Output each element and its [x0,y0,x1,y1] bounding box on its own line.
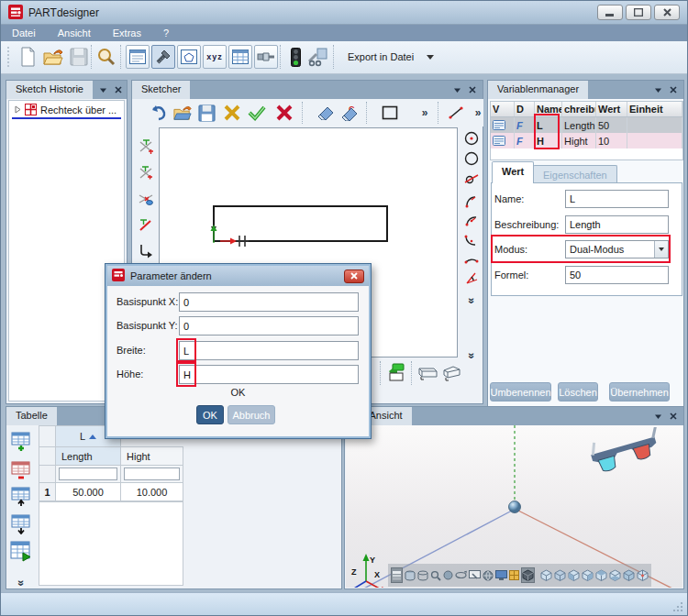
more-tools-icon[interactable]: » [461,290,483,312]
more-table-tools-icon[interactable]: » [10,572,32,594]
view-left-icon[interactable] [568,567,580,583]
split-tool-button[interactable] [135,188,157,210]
assembly-button[interactable] [305,45,329,69]
move-row-up-button[interactable] [10,486,32,508]
shaded-view-icon[interactable] [405,567,416,583]
delete-variable-button[interactable]: Löschen [558,382,598,402]
discard-button[interactable] [221,102,243,124]
table-view-button[interactable] [228,45,252,69]
delete-row-button[interactable] [10,460,32,482]
editor-view-button[interactable] [126,45,150,69]
apply-table-button[interactable] [10,541,32,563]
beschreibung-field[interactable] [565,215,669,234]
view-right-icon[interactable] [582,567,594,583]
part-view-button[interactable] [151,45,175,69]
cancel-button[interactable]: Abbruch [227,405,275,424]
new-file-button[interactable] [16,45,39,69]
globe-icon[interactable] [483,567,494,583]
ok-button[interactable]: OK [196,405,224,424]
cell-length-value[interactable]: 50.000 [55,482,121,501]
formel-field[interactable] [565,266,669,284]
wireframe-view-icon[interactable] [417,567,428,583]
variable-row-L[interactable]: F L Length 50 [491,117,682,133]
filter-input-length[interactable] [59,468,117,480]
rectangle-tool-button[interactable] [379,102,401,124]
arc-angle-tool-button[interactable] [461,268,483,290]
save-sketch-button[interactable] [195,102,217,124]
cell-hight-value[interactable]: 10.000 [120,482,183,501]
basispunkt-y-field[interactable] [179,316,359,336]
panel-menu-icon[interactable] [453,84,461,95]
view-top-icon[interactable] [595,567,607,583]
flashlight-view-button[interactable] [254,45,278,69]
traffic-light-button[interactable] [283,45,307,69]
modus-dropdown[interactable]: Dual-Modus [565,240,669,258]
zoom-3d-icon[interactable] [430,567,441,583]
minimize-button[interactable] [597,5,623,20]
open-file-button[interactable] [41,45,65,69]
dialog-titlebar[interactable]: Parameter ändern [107,266,369,286]
menu-extras[interactable]: Extras [102,25,152,41]
view-back-icon[interactable] [554,567,566,583]
orbit-icon[interactable] [455,567,467,583]
menu-ansicht[interactable]: Ansicht [47,25,102,41]
extend-tool-button[interactable] [135,162,157,184]
menu-datei[interactable]: Datei [1,25,47,41]
view-bottom-icon[interactable] [609,567,621,583]
breite-field[interactable] [179,341,359,360]
dialog-close-button[interactable] [344,270,364,283]
monitor-icon[interactable] [495,567,507,583]
screen-select-icon[interactable] [469,567,481,583]
panel-menu-icon[interactable] [654,84,662,95]
cube-view-icon[interactable] [521,567,535,583]
corner-tool-button[interactable] [135,239,157,261]
row-number[interactable]: 1 [39,482,56,501]
maximize-button[interactable] [626,5,651,20]
menu-help[interactable]: ? [152,25,180,41]
hoehe-field[interactable] [179,365,359,384]
erase-constraint-button[interactable]: C [338,102,361,124]
sketch-view-button[interactable] [177,45,201,69]
zoom-button[interactable] [94,45,118,69]
view-front-icon[interactable] [540,567,552,583]
close-button[interactable] [654,5,680,20]
resize-grip[interactable] [672,601,683,612]
overflow-icon[interactable]: » [467,102,489,124]
line-tool-button[interactable] [445,102,467,124]
circle-tangent-tool-button[interactable] [461,167,483,189]
panel-menu-icon[interactable] [99,84,107,95]
open-sketch-button[interactable] [172,102,194,124]
export-dropdown[interactable]: Export in Datei [342,47,439,67]
add-row-button[interactable] [10,431,32,453]
panel-close-icon[interactable] [670,411,677,422]
basispunkt-x-field[interactable] [179,292,359,312]
filter-input-hight[interactable] [124,468,180,480]
save-button[interactable] [67,45,91,69]
extrusion-preview-button[interactable] [416,361,438,383]
dropdown-arrow-icon[interactable] [654,241,668,258]
tree-item-rechteck[interactable]: Rechteck über ... [9,101,124,116]
column-header-hight[interactable]: Hight [120,446,183,466]
render-mode-icon[interactable] [391,567,403,583]
view-perspective-icon[interactable] [637,567,649,583]
accept-button[interactable] [246,102,268,124]
panel-menu-icon[interactable] [654,411,662,422]
undo-button[interactable] [148,102,170,124]
variables-view-button[interactable]: xyz [203,45,227,69]
tab-wert[interactable]: Wert [492,161,534,183]
delete-button[interactable] [273,102,295,124]
sphere-icon[interactable] [443,567,453,583]
view-iso-icon[interactable] [623,567,635,583]
rename-button[interactable]: Umbenennen [490,382,551,402]
panel-close-icon[interactable] [115,84,122,95]
tab-eigenschaften[interactable]: Eigenschaften [533,165,617,183]
extrude-button[interactable] [385,361,407,383]
tangent-line-tool-button[interactable] [135,214,157,236]
expand-arrow-icon[interactable] [15,105,21,114]
trim-tool-button[interactable] [135,136,157,158]
move-row-down-button[interactable] [10,513,32,535]
overflow-icon[interactable]: » [414,102,436,124]
name-field[interactable] [565,190,669,208]
column-header-length[interactable]: Length [55,446,121,466]
circle-center-tool-button[interactable] [461,127,483,149]
